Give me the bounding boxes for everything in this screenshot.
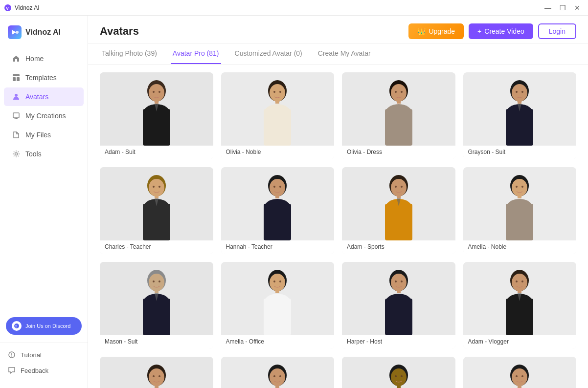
close-button[interactable]: ✕	[570, 2, 584, 13]
discord-label: Join Us on Discord	[25, 323, 70, 329]
avatar-image	[342, 167, 455, 240]
upgrade-button[interactable]: 👑 Upgrade	[408, 23, 464, 39]
titlebar: V Vidnoz AI — ❐ ✕	[0, 0, 588, 16]
avatar-card[interactable]: Adam - Vlogger	[463, 262, 577, 349]
creations-icon	[12, 111, 21, 120]
avatar-image	[463, 357, 577, 388]
avatar-image	[342, 72, 455, 146]
svg-point-2	[16, 31, 19, 34]
svg-rect-17	[143, 109, 170, 146]
avatar-card[interactable]: Hannah - Teacher	[221, 167, 335, 254]
tools-icon	[12, 150, 21, 158]
svg-point-39	[516, 91, 518, 93]
avatar-name: Amelia - Office	[221, 335, 335, 349]
svg-point-124	[521, 375, 523, 377]
tab-create-my-avatar[interactable]: Create My Avatar	[316, 43, 373, 64]
svg-point-14	[149, 84, 164, 102]
svg-point-88	[395, 280, 397, 282]
titlebar-app-info: V Vidnoz AI	[4, 4, 39, 12]
avatar-image	[463, 262, 577, 335]
titlebar-app-name: Vidnoz AI	[15, 4, 39, 11]
svg-rect-38	[506, 109, 533, 146]
avatar-card[interactable]: Jeffrey - Business	[342, 357, 455, 388]
discord-button[interactable]: D Join Us on Discord	[6, 317, 82, 335]
avatar-image	[100, 167, 213, 240]
svg-rect-24	[264, 109, 291, 146]
svg-point-32	[395, 91, 397, 93]
avatar-card[interactable]: Harper - Host	[342, 262, 455, 349]
sidebar-item-templates[interactable]: Templates	[4, 68, 84, 87]
svg-point-63	[512, 179, 527, 196]
template-icon	[12, 73, 21, 82]
svg-rect-4	[13, 77, 16, 81]
avatar-card[interactable]: Adam - Shirt	[100, 357, 213, 388]
svg-rect-85	[397, 289, 401, 293]
svg-point-60	[395, 186, 397, 188]
svg-point-89	[401, 280, 403, 282]
svg-point-77	[270, 274, 285, 291]
svg-rect-50	[275, 194, 279, 198]
avatar-card[interactable]: Amelia - Noble	[463, 167, 577, 254]
avatar-card[interactable]: Adam - Suit	[100, 72, 213, 159]
avatar-card[interactable]: Hannah - Staff	[221, 357, 335, 388]
svg-point-109	[273, 375, 275, 377]
svg-rect-106	[275, 384, 279, 388]
minimize-button[interactable]: —	[541, 2, 555, 13]
avatar-image	[100, 262, 213, 335]
login-button[interactable]: Login	[538, 23, 576, 39]
avatar-image	[463, 72, 577, 146]
avatar-image	[221, 167, 335, 240]
svg-rect-64	[518, 194, 521, 198]
svg-point-19	[158, 91, 160, 93]
avatar-card[interactable]: Mason - Suit	[100, 262, 213, 349]
avatar-card[interactable]: Adam - Sports	[342, 167, 455, 254]
tab-talking-photo[interactable]: Talking Photo (39)	[100, 43, 159, 64]
sidebar-item-my-files[interactable]: My Files	[4, 126, 84, 144]
svg-rect-113	[397, 384, 401, 388]
sidebar-item-feedback[interactable]: Feedback	[0, 363, 88, 378]
svg-text:V: V	[6, 6, 9, 11]
svg-rect-45	[143, 204, 170, 240]
avatar-name: Mason - Suit	[100, 335, 213, 349]
svg-rect-5	[17, 77, 20, 81]
avatar-card[interactable]: Jacob - Hoodie	[463, 357, 577, 388]
avatar-card[interactable]: Amelia - Office	[221, 262, 335, 349]
svg-rect-43	[155, 194, 158, 198]
feedback-label: Feedback	[21, 367, 48, 374]
create-video-button[interactable]: + Create Video	[469, 23, 533, 39]
svg-point-68	[521, 186, 523, 188]
avatar-card[interactable]: Grayson - Suit	[463, 72, 577, 159]
svg-text:D: D	[15, 324, 17, 328]
tab-customized-avatar[interactable]: Customized Avatar (0)	[233, 43, 304, 64]
avatar-image	[221, 262, 335, 335]
sidebar-item-home[interactable]: Home	[4, 49, 84, 68]
svg-rect-87	[385, 299, 412, 335]
sidebar-item-tools[interactable]: Tools	[4, 145, 84, 163]
tab-avatar-pro[interactable]: Avatar Pro (81)	[171, 43, 221, 64]
avatar-card[interactable]: Olivia - Noble	[221, 72, 335, 159]
sidebar-item-avatars[interactable]: Avatars	[4, 87, 84, 106]
svg-point-46	[153, 186, 155, 188]
avatar-name: Grayson - Suit	[463, 146, 577, 159]
maximize-button[interactable]: ❐	[556, 2, 569, 13]
svg-rect-36	[518, 100, 521, 104]
sidebar-item-templates-label: Templates	[25, 74, 57, 82]
avatar-card[interactable]: Charles - Teacher	[100, 167, 213, 254]
sidebar-nav: Home Templates	[0, 47, 88, 313]
svg-point-61	[401, 186, 403, 188]
sidebar-item-tutorial[interactable]: Tutorial	[0, 347, 88, 363]
svg-point-112	[391, 368, 407, 386]
svg-rect-7	[13, 113, 19, 118]
brand-name: Vidnoz AI	[25, 28, 61, 37]
svg-rect-80	[264, 299, 291, 335]
svg-point-56	[391, 179, 407, 196]
svg-rect-15	[155, 100, 158, 104]
titlebar-window-controls: — ❐ ✕	[541, 2, 584, 13]
svg-rect-92	[518, 289, 521, 293]
feedback-icon	[8, 366, 16, 374]
sidebar-item-my-creations[interactable]: My Creations	[4, 107, 84, 125]
avatar-card[interactable]: Olivia - Dress	[342, 72, 455, 159]
avatar-name: Charles - Teacher	[100, 240, 213, 254]
sidebar-item-home-label: Home	[25, 55, 44, 63]
files-icon	[12, 130, 21, 139]
